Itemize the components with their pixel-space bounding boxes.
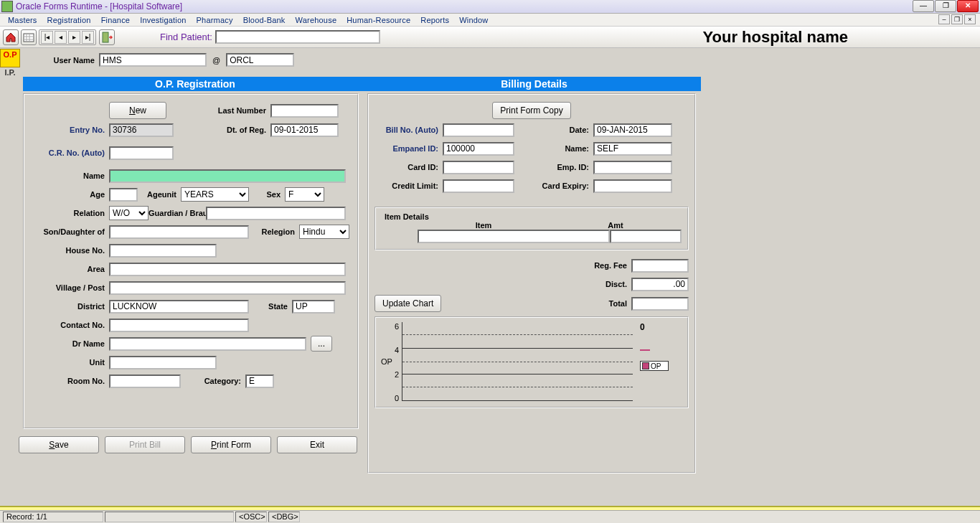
contact-label: Contact No. [30,321,109,329]
entry-no-input [109,123,174,137]
db-input[interactable] [226,53,294,67]
credit-limit-input[interactable] [443,179,514,193]
dt-of-reg-input[interactable] [270,123,339,137]
maximize-button[interactable]: ❐ [935,0,956,12]
menu-registration[interactable]: Registration [42,15,96,25]
print-form-copy-button[interactable]: Print Form Copy [492,102,570,119]
header-billing-details: Billing Details [367,77,701,91]
area-input[interactable] [109,263,346,276]
nav-first-icon[interactable]: |◂ [41,31,53,44]
bill-no-input[interactable] [443,123,514,137]
op-registration-panel: NNewew Last Number Entry No. Dt. of Reg.… [23,93,359,429]
new-button[interactable]: NNewew [109,102,166,119]
village-input[interactable] [109,281,346,295]
last-number-input[interactable] [270,104,339,118]
close-button[interactable]: ✕ [957,0,979,12]
toolbar: |◂ ◂ ▸ ▸| Find Patient: Your hospital na… [0,27,980,48]
browse-dr-button[interactable]: ... [311,336,332,352]
menu-pharmacy[interactable]: Pharmacy [192,15,238,25]
house-no-input[interactable] [109,244,217,258]
chart-legend: OP [640,361,669,371]
calendar-icon[interactable] [21,29,37,45]
bill-name-label: Name: [514,144,593,153]
home-icon[interactable] [3,29,19,45]
son-daughter-input[interactable] [109,225,249,239]
svg-rect-0 [24,34,34,42]
exit-door-icon[interactable] [99,29,115,45]
age-input[interactable] [109,188,138,202]
dt-of-reg-label: Dt. of Reg. [174,126,270,134]
menu-finance[interactable]: Finance [96,15,136,25]
item-details-fieldset: Item Details Item Amt [374,207,689,250]
house-no-label: House No. [30,246,109,255]
print-bill-button[interactable]: Print Bill [105,436,185,453]
name-input[interactable] [109,169,346,183]
name-label: Name [30,171,109,180]
emp-id-label: Emp. ID: [514,163,593,171]
nav-next-icon[interactable]: ▸ [68,31,80,44]
room-no-input[interactable] [109,374,181,388]
op-tab-icon[interactable]: O.P [0,49,20,67]
menu-investigation[interactable]: Investigation [135,15,191,25]
menu-warehouse[interactable]: Warehouse [291,15,342,25]
username-input[interactable] [99,53,207,67]
reg-fee-input[interactable] [631,259,689,273]
child-restore-button[interactable]: ❐ [951,14,963,24]
window-title: Oracle Forms Runtime - [Hospital Softwar… [16,1,182,11]
guardian-input[interactable] [206,207,346,220]
relation-label: Relation [30,209,109,217]
cr-no-input[interactable] [109,146,174,160]
district-input[interactable] [109,300,249,314]
find-patient-input[interactable] [215,30,380,44]
son-daughter-label: Son/Daughter of [30,227,109,236]
age-label: Age [30,190,109,199]
unit-label: Unit [30,358,109,367]
menu-human-resource[interactable]: Human-Resource [341,15,415,25]
app-icon [1,1,13,12]
child-close-button[interactable]: × [964,14,976,24]
bill-name-input[interactable] [593,142,672,156]
card-expiry-label: Card Expiry: [514,182,593,190]
menu-reports[interactable]: Reports [415,15,454,25]
total-input[interactable] [631,297,689,311]
save-button[interactable]: Save [19,436,99,453]
bill-date-input[interactable] [593,123,672,137]
print-form-button[interactable]: Print Form [191,436,271,453]
district-label: District [30,302,109,311]
relation-select[interactable]: W/O [109,206,149,220]
menu-blood-bank[interactable]: Blood-Bank [238,15,291,25]
nav-prev-icon[interactable]: ◂ [55,31,67,44]
billing-details-panel: Print Form Copy Bill No. (Auto) Date: Em… [367,93,696,473]
menu-window[interactable]: Window [454,15,493,25]
status-cell-1 [105,512,234,522]
ageunit-select[interactable]: YEARS [181,187,249,202]
nav-last-icon[interactable]: ▸| [82,31,94,44]
ip-tab-icon[interactable]: I.P. [0,67,20,86]
item-input[interactable] [418,230,610,243]
find-patient-label: Find Patient: [160,32,212,42]
minimize-button[interactable]: — [913,0,934,12]
unit-input[interactable] [109,356,217,369]
emp-id-input[interactable] [593,161,672,174]
sex-select[interactable]: F [285,187,324,202]
bill-no-label: Bill No. (Auto) [374,126,443,134]
contact-input[interactable] [109,319,249,332]
religion-select[interactable]: Hindu [299,225,349,239]
menu-masters[interactable]: Masters [3,15,42,25]
card-expiry-input[interactable] [593,179,672,193]
category-input[interactable] [245,374,274,388]
ytick-2: 2 [395,370,399,379]
update-chart-button[interactable]: Update Chart [374,295,441,312]
state-input[interactable] [292,300,335,314]
empanel-id-input[interactable] [443,142,514,156]
last-number-label: Last Number [166,106,270,115]
card-id-input[interactable] [443,161,514,174]
item-details-legend: Item Details [382,212,432,221]
empanel-id-label: Empanel ID: [374,144,443,153]
dr-name-label: Dr Name [30,339,109,348]
exit-button[interactable]: Exit [277,436,357,453]
amt-input[interactable] [610,230,682,243]
disct-input[interactable] [631,278,689,291]
child-minimize-button[interactable]: – [938,14,950,24]
dr-name-input[interactable] [109,337,306,351]
